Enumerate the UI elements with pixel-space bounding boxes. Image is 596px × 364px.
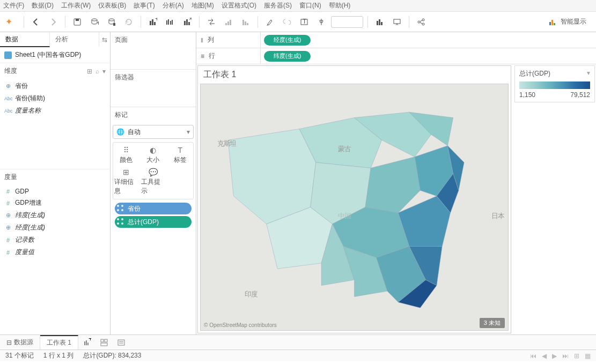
mark-label-button[interactable]: T标签	[167, 145, 193, 166]
dropdown-icon[interactable]: ▾	[102, 68, 106, 75]
last-page-icon[interactable]: ⏭	[562, 352, 569, 360]
svg-rect-48	[105, 339, 107, 342]
svg-rect-29	[381, 22, 382, 25]
menu-file[interactable]: 文件(F)	[3, 1, 24, 10]
menu-analysis[interactable]: 分析(A)	[163, 1, 184, 10]
slideshow-icon[interactable]: ▦	[585, 352, 591, 360]
swap-icon[interactable]	[204, 14, 219, 29]
menu-data[interactable]: 数据(D)	[32, 1, 54, 10]
field-latitude[interactable]: ⊕纬度(生成)	[0, 209, 110, 221]
menu-format[interactable]: 设置格式(O)	[222, 1, 256, 10]
marks-pill-province[interactable]: 省份	[115, 203, 192, 214]
mark-size-button[interactable]: ◐大小	[140, 145, 166, 166]
group-icon[interactable]	[279, 14, 295, 29]
field-gdp[interactable]: #GDP	[0, 186, 110, 197]
menu-server[interactable]: 服务器(S)	[264, 1, 292, 10]
tableau-logo[interactable]	[4, 17, 15, 27]
data-pane: 数据 分析 ⇆ Sheet1 (中国各省GDP) 维度 ⊞⌕▾ ⊕省份 Abc省…	[0, 32, 111, 335]
sort-asc-icon[interactable]	[221, 14, 236, 29]
map-view[interactable]: 克斯坦 蒙古 中国 印度 日本 © OpenStreetMap contribu…	[200, 84, 509, 331]
filters-card[interactable]: 筛选器	[111, 70, 196, 107]
menu-window[interactable]: 窗口(N)	[299, 1, 321, 10]
marks-pill-gdp[interactable]: 总计(GDP)	[115, 216, 192, 228]
tab-analysis[interactable]: 分析	[50, 32, 100, 47]
field-record-count[interactable]: #记录数	[0, 234, 110, 246]
prev-page-icon[interactable]: ◀	[542, 352, 547, 360]
sheet1-tab[interactable]: 工作表 1	[40, 335, 78, 350]
mark-type-dropdown[interactable]: 🌐 自动 ▾	[113, 125, 194, 139]
legend-menu-icon[interactable]: ▾	[587, 69, 590, 78]
show-me-button[interactable]: 智能显示	[549, 17, 592, 26]
svg-rect-8	[152, 19, 153, 25]
forward-icon[interactable]	[46, 14, 61, 29]
back-icon[interactable]	[28, 14, 43, 29]
new-datasource-icon[interactable]: +	[87, 14, 102, 29]
field-longitude[interactable]: ⊕经度(生成)	[0, 221, 110, 234]
columns-pill[interactable]: 经度(生成)	[264, 35, 311, 46]
menu-help[interactable]: 帮助(H)	[329, 1, 351, 10]
automatic-mark-icon: 🌐	[116, 128, 124, 136]
rows-pill[interactable]: 纬度(生成)	[264, 51, 311, 62]
fit-dropdown[interactable]	[331, 16, 363, 28]
new-story-icon[interactable]	[113, 338, 130, 347]
svg-rect-30	[394, 19, 400, 24]
svg-text:日本: 日本	[491, 212, 504, 220]
field-gdp-growth[interactable]: #GDP增速	[0, 197, 110, 209]
svg-rect-12	[168, 19, 169, 25]
mark-detail-button[interactable]: ⊞详细信息	[113, 167, 139, 197]
columns-shelf[interactable]: ⦀列 经度(生成)	[196, 32, 596, 48]
show-cards-icon[interactable]	[372, 14, 387, 29]
svg-rect-16	[186, 19, 188, 25]
mark-tooltip-button[interactable]: 💬工具提示	[140, 167, 166, 197]
datasource-item[interactable]: Sheet1 (中国各省GDP)	[0, 47, 110, 63]
menu-map[interactable]: 地图(M)	[192, 1, 214, 10]
menu-story[interactable]: 故事(T)	[134, 1, 154, 10]
save-icon[interactable]	[70, 14, 85, 29]
svg-rect-24	[247, 23, 248, 25]
field-measure-names[interactable]: Abc度量名称	[0, 105, 110, 117]
sheet-tabs: ⊟数据源 工作表 1 +	[0, 335, 596, 350]
duplicate-sheet-icon[interactable]	[163, 14, 178, 29]
search-icon[interactable]: ⌕	[95, 68, 99, 75]
clear-sheet-icon[interactable]: ×	[180, 14, 195, 29]
text-icon[interactable]: T	[297, 14, 312, 29]
color-encoding-icon	[117, 205, 124, 212]
field-measure-values[interactable]: #度量值	[0, 246, 110, 258]
new-sheet-icon[interactable]: +	[145, 14, 160, 29]
datasource-tab[interactable]: ⊟数据源	[0, 335, 40, 350]
refresh-icon[interactable]	[121, 14, 136, 29]
svg-rect-20	[227, 21, 229, 25]
svg-rect-11	[166, 20, 167, 25]
share-icon[interactable]	[414, 14, 429, 29]
svg-rect-44	[86, 340, 87, 345]
unknown-pill[interactable]: 3 未知	[480, 318, 505, 328]
pause-updates-icon[interactable]	[104, 14, 119, 29]
svg-rect-7	[150, 21, 151, 25]
new-worksheet-icon[interactable]: +	[78, 338, 95, 347]
tab-collapse-icon[interactable]: ⇆	[99, 32, 110, 47]
highlight-icon[interactable]	[262, 14, 277, 29]
pin-icon[interactable]	[314, 14, 329, 29]
grid-view-icon[interactable]: ⊞	[574, 352, 579, 360]
menu-bar: 文件(F) 数据(D) 工作表(W) 仪表板(B) 故事(T) 分析(A) 地图…	[0, 0, 596, 12]
rows-shelf[interactable]: ≡行 纬度(生成)	[196, 48, 596, 64]
svg-rect-6	[114, 23, 115, 26]
new-dashboard-icon[interactable]	[95, 338, 113, 347]
viz-canvas[interactable]: 工作表 1	[197, 65, 511, 333]
tab-data[interactable]: 数据	[0, 32, 50, 47]
view-options-icon[interactable]: ⊞	[87, 68, 92, 75]
svg-rect-15	[184, 21, 186, 25]
first-page-icon[interactable]: ⏮	[530, 352, 536, 360]
sheet-title[interactable]: 工作表 1	[198, 66, 511, 84]
mark-color-button[interactable]: ⠿颜色	[113, 145, 139, 166]
sort-desc-icon[interactable]	[238, 14, 253, 29]
menu-dashboard[interactable]: 仪表板(B)	[98, 1, 126, 10]
next-page-icon[interactable]: ▶	[552, 352, 557, 360]
menu-worksheet[interactable]: 工作表(W)	[61, 1, 91, 10]
svg-rect-5	[113, 23, 114, 26]
present-icon[interactable]	[389, 14, 404, 29]
color-legend[interactable]: 总计(GDP)▾ 1,15079,512	[514, 65, 595, 333]
field-province-aux[interactable]: Abc省份(辅助)	[0, 92, 110, 105]
pages-card[interactable]: 页面	[111, 32, 196, 70]
field-province[interactable]: ⊕省份	[0, 80, 110, 92]
